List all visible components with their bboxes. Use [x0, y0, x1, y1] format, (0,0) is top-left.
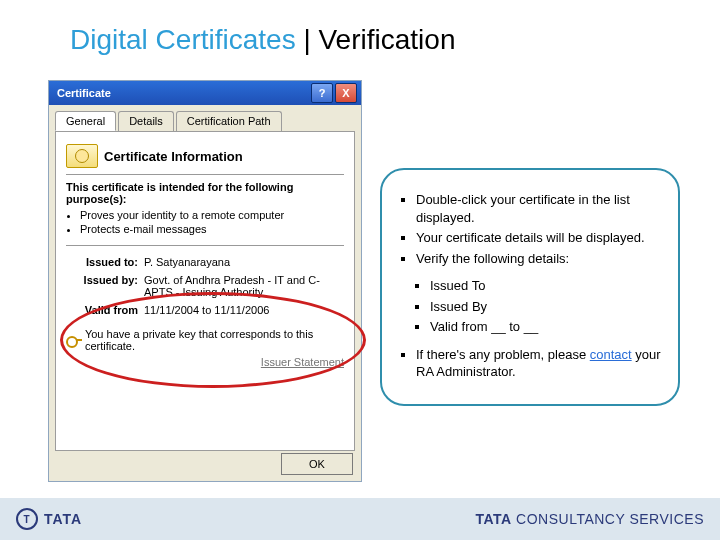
title-separator: | [296, 24, 319, 55]
instruction-callout: Double-click your certificate in the lis… [380, 168, 680, 406]
tab-general[interactable]: General [55, 111, 116, 131]
slide-title: Digital Certificates | Verification [70, 24, 455, 56]
issued-by-row: Issued by: Govt. of Andhra Pradesh - IT … [66, 274, 344, 298]
tcs-rest: CONSULTANCY SERVICES [512, 511, 704, 527]
instruction-subitem: Issued By [430, 298, 662, 316]
issued-to-value: P. Satyanarayana [144, 256, 344, 268]
certificate-dialog: Certificate ? X General Details Certific… [48, 80, 362, 482]
certificate-badge-icon [66, 144, 98, 168]
private-key-note: You have a private key that corresponds … [66, 328, 344, 352]
certificate-purpose: This certificate is intended for the fol… [66, 181, 344, 235]
title-part2: Verification [318, 24, 455, 55]
issuer-statement-link[interactable]: Issuer Statement [66, 356, 344, 368]
purpose-item: Protects e-mail messages [80, 223, 344, 235]
help-icon: ? [319, 87, 326, 99]
tata-mark-icon: T [16, 508, 38, 530]
certificate-info-heading: Certificate Information [104, 149, 243, 164]
valid-from-value: 11/11/2004 to 11/11/2006 [144, 304, 344, 316]
footer-bar: T TATA TATA CONSULTANCY SERVICES [0, 498, 720, 540]
tata-text: TATA [44, 511, 82, 527]
instruction-item: If there's any problem, please contact y… [416, 346, 662, 381]
private-key-text: You have a private key that corresponds … [85, 328, 344, 352]
instruction-item: Verify the following details: [416, 250, 662, 268]
tab-certification-path[interactable]: Certification Path [176, 111, 282, 131]
issued-by-value: Govt. of Andhra Pradesh - IT and C-APTS … [144, 274, 344, 298]
titlebar-close-button[interactable]: X [335, 83, 357, 103]
issued-to-label: Issued to: [66, 256, 144, 268]
instruction-subitem: Issued To [430, 277, 662, 295]
contact-pre: If there's any problem, please [416, 347, 590, 362]
title-part1: Digital Certificates [70, 24, 296, 55]
close-icon: X [342, 87, 349, 99]
tcs-bold: TATA [475, 511, 511, 527]
tab-general-pane: Certificate Information This certificate… [55, 131, 355, 451]
valid-from-label: Valid from [66, 304, 144, 316]
key-icon [66, 333, 79, 347]
tcs-logo: TATA CONSULTANCY SERVICES [475, 511, 704, 527]
dialog-title: Certificate [57, 87, 111, 99]
dialog-tabs: General Details Certification Path [55, 111, 355, 131]
purpose-item: Proves your identity to a remote compute… [80, 209, 344, 221]
instruction-item: Your certificate details will be display… [416, 229, 662, 247]
dialog-titlebar[interactable]: Certificate ? X [49, 81, 361, 105]
instruction-item: Double-click your certificate in the lis… [416, 191, 662, 226]
slide-root: Digital Certificates | Verification Cert… [0, 0, 720, 540]
titlebar-help-button[interactable]: ? [311, 83, 333, 103]
issued-to-row: Issued to: P. Satyanarayana [66, 256, 344, 268]
issued-by-label: Issued by: [66, 274, 144, 298]
instruction-subitem: Valid from __ to __ [430, 318, 662, 336]
ok-button[interactable]: OK [281, 453, 353, 475]
tata-logo: T TATA [16, 508, 82, 530]
purpose-intro: This certificate is intended for the fol… [66, 181, 344, 205]
valid-from-row: Valid from 11/11/2004 to 11/11/2006 [66, 304, 344, 316]
tab-details[interactable]: Details [118, 111, 174, 131]
contact-link[interactable]: contact [590, 347, 632, 362]
